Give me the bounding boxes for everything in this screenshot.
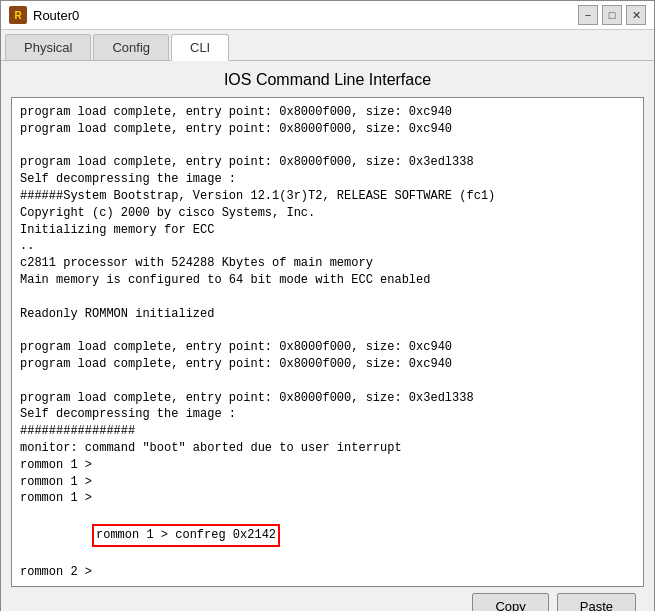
paste-button[interactable]: Paste xyxy=(557,593,636,611)
terminal-line: rommon 1 > xyxy=(20,457,635,474)
terminal-line: .. xyxy=(20,238,635,255)
terminal-container: program load complete, entry point: 0x80… xyxy=(11,97,644,587)
terminal-line: program load complete, entry point: 0x80… xyxy=(20,121,635,138)
terminal-line xyxy=(20,322,635,339)
main-content: IOS Command Line Interface program load … xyxy=(1,61,654,611)
terminal-line: program load complete, entry point: 0x80… xyxy=(20,356,635,373)
terminal-line: c2811 processor with 524288 Kbytes of ma… xyxy=(20,255,635,272)
bottom-bar: Copy Paste xyxy=(11,587,644,611)
terminal-line: monitor: command "boot" aborted due to u… xyxy=(20,440,635,457)
terminal-line: Copyright (c) 2000 by cisco Systems, Inc… xyxy=(20,205,635,222)
terminal-line: Main memory is configured to 64 bit mode… xyxy=(20,272,635,289)
copy-button[interactable]: Copy xyxy=(472,593,548,611)
main-window: R Router0 − □ ✕ Physical Config CLI IOS … xyxy=(0,0,655,611)
tab-bar: Physical Config CLI xyxy=(1,30,654,61)
app-icon: R xyxy=(9,6,27,24)
terminal-line: Self decompressing the image : xyxy=(20,406,635,423)
terminal-line: program load complete, entry point: 0x80… xyxy=(20,339,635,356)
tab-config[interactable]: Config xyxy=(93,34,169,60)
terminal-line xyxy=(20,289,635,306)
title-bar: R Router0 − □ ✕ xyxy=(1,1,654,30)
window-controls: − □ ✕ xyxy=(578,5,646,25)
terminal-output[interactable]: program load complete, entry point: 0x80… xyxy=(12,98,643,586)
tab-cli[interactable]: CLI xyxy=(171,34,229,61)
terminal-line: program load complete, entry point: 0x80… xyxy=(20,104,635,121)
terminal-line xyxy=(20,373,635,390)
terminal-line: ################ xyxy=(20,423,635,440)
terminal-line: program load complete, entry point: 0x80… xyxy=(20,154,635,171)
terminal-line xyxy=(20,138,635,155)
terminal-line: Self decompressing the image : xyxy=(20,171,635,188)
terminal-line: ######System Bootstrap, Version 12.1(3r)… xyxy=(20,188,635,205)
window-title: Router0 xyxy=(33,8,578,23)
close-button[interactable]: ✕ xyxy=(626,5,646,25)
terminal-line: Readonly ROMMON initialized xyxy=(20,306,635,323)
terminal-line: rommon 2 > xyxy=(20,564,635,581)
maximize-button[interactable]: □ xyxy=(602,5,622,25)
terminal-line: Initializing memory for ECC xyxy=(20,222,635,239)
terminal-line: program load complete, entry point: 0x80… xyxy=(20,390,635,407)
terminal-line: rommon 1 > xyxy=(20,474,635,491)
minimize-button[interactable]: − xyxy=(578,5,598,25)
tab-physical[interactable]: Physical xyxy=(5,34,91,60)
section-title: IOS Command Line Interface xyxy=(11,71,644,89)
highlighted-terminal-line: rommon 1 > confreg 0x2142 xyxy=(20,507,635,563)
terminal-line: rommon 1 > xyxy=(20,490,635,507)
highlighted-command: rommon 1 > confreg 0x2142 xyxy=(92,524,280,547)
